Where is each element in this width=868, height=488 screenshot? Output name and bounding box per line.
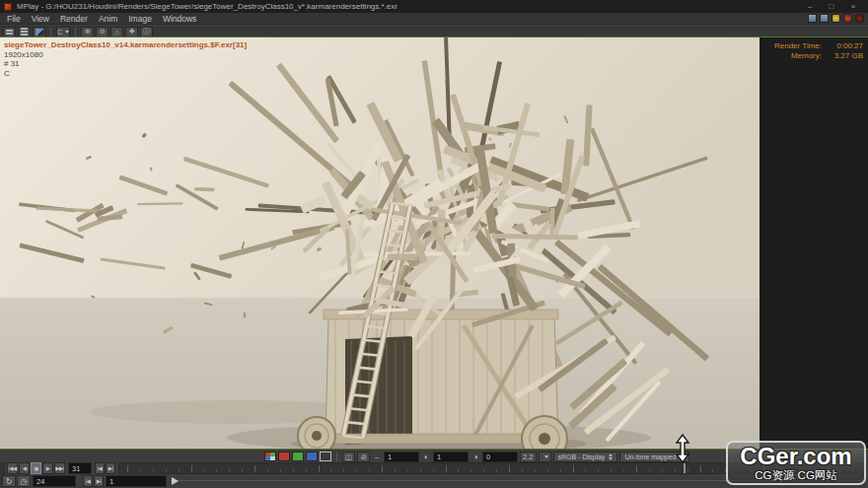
render-time-label: Render Time: [774,41,822,51]
bulb-yellow-icon[interactable] [832,14,840,23]
to-end-icon: ▶▶| [55,465,63,471]
menu-render[interactable]: Render [60,14,88,24]
realtime-icon: ◷ [21,477,28,486]
overlay-resolution: 1920x1080 [4,50,247,60]
stats-panel: Render Time: 0:00:27 Memory: 3.27 GB [760,37,868,449]
loop-mode-button[interactable]: ↻ [2,475,16,487]
colorspace-dropdown[interactable]: sRGB - Display [553,452,618,462]
wipe-compare-button[interactable]: ◫ [342,452,355,462]
channel-red-button[interactable] [278,452,290,461]
info-icon: ⓘ [143,27,150,36]
minimize-button[interactable]: – [799,1,821,13]
current-frame-field[interactable]: 31 [68,462,92,474]
panel-blue-icon-2[interactable] [820,14,829,23]
title-bar: MPlay - G:/HOU231/Houdini/Renders/SiegeT… [0,0,868,13]
loop-icon: ↻ [6,477,13,486]
home-view-button[interactable]: ⌂ [110,27,123,37]
toolbar-separator [50,28,51,36]
range-end-button[interactable]: ▶| [94,475,104,487]
updown-arrows-icon [609,453,613,460]
go-to-start-button[interactable]: |◀◀ [7,462,18,474]
stop-button[interactable]: ■ [31,462,41,474]
display-options-bar: ◫ ⊘ – 1 ◐ 1 ◑ 0 2.2 sRGB - Display Un-to… [264,451,689,462]
mute-correction-button[interactable]: ⊘ [357,452,370,462]
brightness-icon: – [372,453,382,461]
sequence-view-button[interactable] [3,27,16,37]
overlay-filename: siegeTower_DestroyClass10_v14.karmarende… [4,40,247,50]
watermark-badge: CGer.com CG资源 CG网站 [726,441,866,485]
mplay-window: MPlay - G:/HOU231/Houdini/Renders/SiegeT… [0,0,868,488]
contrast-field[interactable]: 1 [433,452,469,462]
playhead-marker[interactable] [684,463,686,474]
list-view-icon [21,28,28,35]
play-icon: ▶ [46,465,50,471]
maximize-button[interactable]: □ [821,1,842,13]
record-darkred-icon[interactable] [855,14,864,23]
range-start-icon: |◀ [86,478,91,484]
range-start-button[interactable]: |◀ [83,475,93,487]
channel-blue-button[interactable] [306,452,318,461]
chevron-down-icon [65,31,69,34]
step-back-button[interactable]: |◀ [95,462,105,474]
realtime-toggle-button[interactable]: ◷ [17,475,31,487]
overlay-frame: # 31 [4,59,247,69]
play-reverse-icon: ◀ [23,465,27,471]
watermark-subtitle: CG资源 CG网站 [755,468,837,482]
lut-dropdown-button[interactable] [539,452,551,462]
menu-anim[interactable]: Anim [99,14,117,24]
watermark-title: CGer.com [740,445,851,468]
fit-icon: ✚ [129,28,135,35]
sequence-view-icon [6,30,13,35]
range-slider-handle[interactable] [172,477,179,485]
stop-icon: ■ [35,465,38,472]
zoom-in-button[interactable]: ⊕ [81,27,94,37]
vertical-resize-cursor [675,434,690,463]
to-start-icon: |◀◀ [8,465,16,471]
fit-view-button[interactable]: ✚ [125,27,138,37]
range-end-icon: ▶| [97,478,102,484]
memory-value: 3.27 GB [828,51,863,61]
chevron-down-icon [544,455,548,458]
zoom-out-button[interactable]: ⊖ [96,27,108,37]
channel-rgba-button[interactable] [264,452,276,461]
contrast-icon: ◐ [421,453,431,461]
fps-field[interactable]: 24 [33,475,76,487]
menu-windows[interactable]: Windows [163,14,196,24]
record-red-icon[interactable] [843,14,852,23]
window-title: MPlay - G:/HOU231/Houdini/Renders/SiegeT… [17,2,398,11]
step-back-icon: |◀ [98,465,103,471]
mute-icon: ⊘ [360,453,366,461]
menu-view[interactable]: View [32,14,49,24]
colorspace-value: sRGB - Display [558,453,606,460]
menu-file[interactable]: File [7,14,21,24]
step-forward-icon: ▶| [108,465,113,471]
zoom-in-icon: ⊕ [85,28,91,35]
display-separator [336,453,337,461]
menu-image[interactable]: Image [128,14,152,24]
offset-icon: ◑ [470,453,480,461]
step-forward-button[interactable]: ▶| [106,462,115,474]
tonemap-value: Un-tone mapped [624,453,676,460]
channel-alpha-button[interactable] [320,452,331,461]
menu-bar: File View Render Anim Image Windows [0,13,868,25]
offset-field[interactable]: 0 [482,452,518,462]
go-to-end-button[interactable]: ▶▶| [54,462,65,474]
play-forward-button[interactable]: ▶ [42,462,53,474]
panel-blue-icon[interactable] [808,14,817,23]
render-viewport[interactable]: siegeTower_DestroyClass10_v14.karmarende… [0,37,760,449]
viewport-top-border [0,36,868,37]
viewer-overlay-info: siegeTower_DestroyClass10_v14.karmarende… [4,40,247,78]
mplay-app-icon [4,3,12,11]
lut-gamma-button[interactable]: 2.2 [520,452,536,462]
range-start-field[interactable]: 1 [106,475,167,487]
channel-green-button[interactable] [292,452,304,461]
list-view-button[interactable] [18,27,31,37]
close-button[interactable]: × [842,1,864,13]
info-button[interactable]: ⓘ [140,27,153,37]
channel-selector-label: C [57,29,62,35]
render-image-siege-tower-destruction [0,37,760,449]
gamma-field[interactable]: 1 [384,452,419,462]
channel-selector-dropdown[interactable]: C [56,27,70,37]
crop-button[interactable] [33,27,45,37]
play-reverse-button[interactable]: ◀ [19,462,30,474]
